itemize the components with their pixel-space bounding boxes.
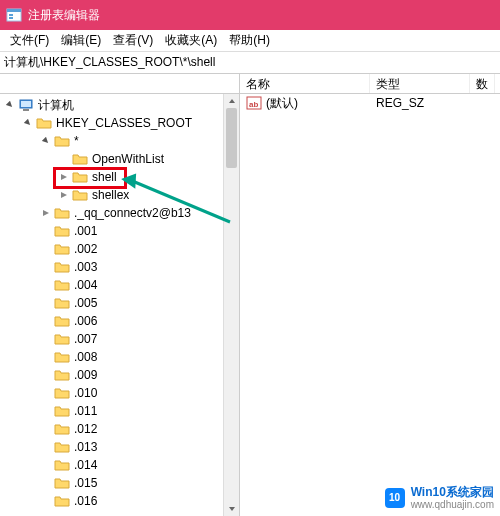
node-label: .011 — [74, 404, 97, 418]
tree-node-ext[interactable]: .016 — [0, 492, 239, 510]
expander-placeholder — [40, 243, 52, 255]
watermark-main: Win10系统家园 — [411, 486, 494, 499]
titlebar: 注册表编辑器 — [0, 0, 500, 30]
menu-edit[interactable]: 编辑(E) — [55, 32, 107, 49]
folder-icon — [72, 151, 88, 167]
app-icon — [6, 7, 22, 23]
expander-icon[interactable] — [22, 117, 34, 129]
string-value-icon: ab — [246, 95, 262, 111]
scrollbar-thumb[interactable] — [226, 108, 237, 168]
col-header-type[interactable]: 类型 — [370, 74, 470, 93]
folder-icon — [54, 205, 70, 221]
node-label: .002 — [74, 242, 97, 256]
node-label: .014 — [74, 458, 97, 472]
expander-placeholder — [40, 459, 52, 471]
node-label: .016 — [74, 494, 97, 508]
svg-rect-2 — [9, 14, 13, 16]
tree-node-openwithlist[interactable]: OpenWithList — [0, 150, 239, 168]
expander-icon[interactable] — [40, 135, 52, 147]
node-label: .008 — [74, 350, 97, 364]
folder-icon — [54, 259, 70, 275]
expander-icon[interactable] — [58, 189, 70, 201]
tree-node-star[interactable]: * — [0, 132, 239, 150]
tree-node-ext[interactable]: .005 — [0, 294, 239, 312]
address-text: 计算机\HKEY_CLASSES_ROOT\*\shell — [4, 54, 215, 71]
menu-view[interactable]: 查看(V) — [107, 32, 159, 49]
folder-icon — [54, 349, 70, 365]
node-label: shell — [92, 170, 117, 184]
menu-file[interactable]: 文件(F) — [4, 32, 55, 49]
tree-node-ext[interactable]: .013 — [0, 438, 239, 456]
tree-node-ext[interactable]: .007 — [0, 330, 239, 348]
folder-icon — [72, 187, 88, 203]
tree-node-ext[interactable]: .008 — [0, 348, 239, 366]
tree-node-qqconnect[interactable]: ._qq_connectv2@b13 — [0, 204, 239, 222]
col-header-name[interactable]: 名称 — [240, 74, 370, 93]
tree-node-ext[interactable]: .006 — [0, 312, 239, 330]
svg-rect-5 — [21, 101, 31, 107]
expander-placeholder — [40, 423, 52, 435]
folder-icon — [54, 223, 70, 239]
node-label: HKEY_CLASSES_ROOT — [56, 116, 192, 130]
node-label: .009 — [74, 368, 97, 382]
col-header-data[interactable]: 数 — [470, 74, 495, 93]
expander-placeholder — [40, 405, 52, 417]
folder-icon — [54, 241, 70, 257]
tree-node-shell[interactable]: shell — [0, 168, 239, 186]
node-label: .001 — [74, 224, 97, 238]
expander-icon[interactable] — [4, 99, 16, 111]
folder-icon — [54, 421, 70, 437]
tree-node-ext[interactable]: .003 — [0, 258, 239, 276]
list-row[interactable]: ab (默认) REG_SZ — [240, 94, 500, 112]
expander-placeholder — [58, 153, 70, 165]
tree-node-computer[interactable]: 计算机 — [0, 96, 239, 114]
expander-placeholder — [40, 225, 52, 237]
expander-placeholder — [40, 387, 52, 399]
node-label: ._qq_connectv2@b13 — [74, 206, 191, 220]
folder-icon — [54, 439, 70, 455]
svg-rect-6 — [23, 109, 29, 111]
expander-placeholder — [40, 495, 52, 507]
tree-header — [0, 74, 239, 94]
window-title: 注册表编辑器 — [28, 7, 100, 24]
tree-node-ext[interactable]: .015 — [0, 474, 239, 492]
expander-icon[interactable] — [58, 171, 70, 183]
folder-icon — [54, 277, 70, 293]
menu-help[interactable]: 帮助(H) — [223, 32, 276, 49]
tree-node-ext[interactable]: .012 — [0, 420, 239, 438]
tree-node-ext[interactable]: .001 — [0, 222, 239, 240]
tree-node-hkcr[interactable]: HKEY_CLASSES_ROOT — [0, 114, 239, 132]
tree-node-ext[interactable]: .004 — [0, 276, 239, 294]
tree-node-ext[interactable]: .014 — [0, 456, 239, 474]
node-label: .013 — [74, 440, 97, 454]
tree-node-ext[interactable]: .010 — [0, 384, 239, 402]
expander-icon[interactable] — [40, 207, 52, 219]
folder-icon — [54, 331, 70, 347]
list-header: 名称 类型 数 — [240, 74, 500, 94]
node-label: .010 — [74, 386, 97, 400]
tree-scrollbar[interactable] — [223, 94, 239, 516]
expander-placeholder — [40, 351, 52, 363]
svg-rect-1 — [7, 9, 21, 12]
scroll-down-icon[interactable] — [224, 502, 239, 516]
list-panel: 名称 类型 数 ab (默认) REG_SZ — [240, 74, 500, 516]
tree-node-ext[interactable]: .011 — [0, 402, 239, 420]
tree-node-ext[interactable]: .009 — [0, 366, 239, 384]
folder-icon — [54, 367, 70, 383]
node-label: .005 — [74, 296, 97, 310]
expander-placeholder — [40, 333, 52, 345]
svg-text:ab: ab — [249, 100, 258, 109]
expander-placeholder — [40, 261, 52, 273]
tree-node-shellex[interactable]: shellex — [0, 186, 239, 204]
expander-placeholder — [40, 441, 52, 453]
scroll-up-icon[interactable] — [224, 94, 239, 108]
cell-name: (默认) — [266, 95, 298, 112]
node-label: 计算机 — [38, 97, 74, 114]
content-area: 计算机 HKEY_CLASSES_ROOT * OpenWithList — [0, 74, 500, 516]
folder-icon — [54, 475, 70, 491]
folder-icon — [54, 295, 70, 311]
expander-placeholder — [40, 369, 52, 381]
tree-node-ext[interactable]: .002 — [0, 240, 239, 258]
address-bar[interactable]: 计算机\HKEY_CLASSES_ROOT\*\shell — [0, 52, 500, 74]
menu-favorites[interactable]: 收藏夹(A) — [159, 32, 223, 49]
